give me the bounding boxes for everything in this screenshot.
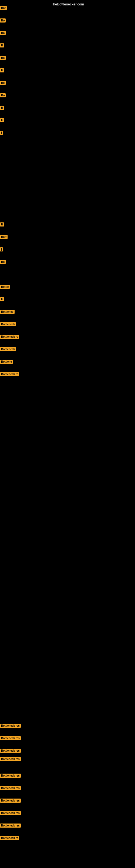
bottleneck-badge[interactable]: |: [0, 131, 3, 135]
bottleneck-badge[interactable]: Bottleneck: [0, 347, 16, 351]
bottleneck-badge[interactable]: Bottleneck res: [0, 724, 21, 728]
bottleneck-badge[interactable]: E: [0, 297, 4, 301]
bottleneck-badge[interactable]: Bot: [0, 6, 7, 10]
bottleneck-badge[interactable]: Bottleneck res: [0, 736, 21, 740]
bottleneck-badge[interactable]: Bottleneck re: [0, 372, 19, 376]
bottleneck-badge[interactable]: E: [0, 222, 4, 226]
bottleneck-badge[interactable]: B: [0, 106, 4, 110]
site-title: TheBottlenecker.com: [51, 2, 84, 6]
bottleneck-badge[interactable]: Bottleneck res: [0, 799, 21, 803]
bottleneck-badge[interactable]: Bo: [0, 260, 6, 264]
bottleneck-badge[interactable]: Bo: [0, 93, 6, 97]
bottleneck-badge[interactable]: Bott: [0, 235, 8, 239]
bottleneck-badge[interactable]: Bottleneck res: [0, 824, 21, 828]
bottleneck-badge[interactable]: Bottleneck res: [0, 774, 21, 778]
bottleneck-badge[interactable]: Bottleneck res: [0, 749, 21, 753]
bottleneck-badge[interactable]: Bottleneck: [0, 322, 16, 326]
bottleneck-badge[interactable]: B: [0, 43, 4, 48]
bottleneck-badge[interactable]: Bottlenec: [0, 310, 14, 314]
bottleneck-badge[interactable]: Bottleneck res: [0, 757, 21, 761]
bottleneck-badge[interactable]: Bottleneck res: [0, 811, 21, 815]
bottleneck-badge[interactable]: Bottlene: [0, 360, 13, 364]
bottleneck-badge[interactable]: Bottleneck re: [0, 335, 19, 339]
bottleneck-badge[interactable]: Bottleneck res: [0, 786, 21, 790]
bottleneck-badge[interactable]: Bo: [0, 56, 6, 60]
bottleneck-badge[interactable]: |: [0, 247, 3, 251]
bottleneck-badge[interactable]: E: [0, 118, 4, 122]
bottleneck-badge[interactable]: Bo: [0, 31, 6, 35]
bottleneck-badge[interactable]: Bottleneck re: [0, 836, 19, 840]
bottleneck-badge[interactable]: Bo: [0, 81, 6, 85]
bottleneck-badge[interactable]: Bottle: [0, 285, 10, 289]
bottleneck-badge[interactable]: Bo: [0, 19, 6, 23]
bottleneck-badge[interactable]: E: [0, 68, 4, 72]
